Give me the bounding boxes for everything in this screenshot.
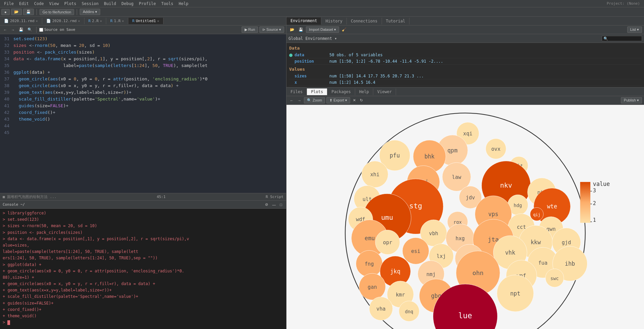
svg-text:2: 2 (593, 200, 596, 206)
publish-btn[interactable]: Publish ▾ (621, 97, 642, 104)
tab-help[interactable]: Help (355, 88, 373, 95)
env-row-data[interactable]: data 50 obs. of 5 variables (289, 52, 641, 58)
svg-text:nkv: nkv (500, 182, 512, 189)
svg-text:vps: vps (488, 211, 498, 217)
code-line-36: 36 ggplot(data) + (0, 69, 286, 76)
console-line: + geom_circle(aes(x0 = 0, y0 = 0, r = at… (3, 268, 283, 274)
console-maximize-btn[interactable]: □ (278, 202, 283, 207)
next-plot-btn[interactable]: → (296, 98, 303, 103)
menu-edit[interactable]: Edit (16, 1, 31, 7)
tab-viewer[interactable]: Viewer (373, 88, 396, 95)
console-line: + guides(size=FALSE)+ (3, 300, 283, 307)
console-line: > ggplot(data) + (3, 262, 283, 268)
console-clear-btn[interactable]: ⊘ (264, 202, 269, 207)
code-line-44: 44 (0, 123, 286, 129)
svg-text:vhk: vhk (505, 249, 515, 256)
env-search-bar: Global Environment ▾ (286, 34, 644, 43)
prev-plot-btn[interactable]: ← (288, 98, 295, 103)
tab-2020-11[interactable]: 📄 2020.11.rmd ✕ (0, 18, 42, 24)
menu-file[interactable]: File (1, 1, 16, 7)
svg-text:ovx: ovx (491, 146, 501, 152)
source-btn[interactable]: ⊳ Source ▾ (259, 26, 284, 33)
svg-text:qpm: qpm (447, 147, 457, 154)
svg-text:jdv: jdv (466, 195, 475, 201)
svg-text:hxg: hxg (455, 236, 465, 242)
svg-text:hdg: hdg (514, 203, 522, 208)
tab-2020-12[interactable]: 📄 2020.12.rmd ✕ (42, 18, 84, 24)
find-btn[interactable]: 🔍 (26, 27, 34, 32)
values-section-title: Values (289, 67, 641, 72)
clear-env-btn[interactable]: 🧹 (340, 27, 348, 32)
svg-text:kkw: kkw (531, 239, 541, 246)
plot-content: xqi ovx slt qpm bhk pfu xhi nkv ntw law … (286, 105, 644, 329)
menu-view[interactable]: View (47, 1, 62, 7)
tab-2r[interactable]: R 2.R ✕ (84, 18, 107, 24)
delete-plot-btn[interactable]: ✕ (351, 97, 357, 103)
env-row-sizes[interactable]: sizes num [1:50] 14.4 17.7 35.6 20.7 21.… (289, 73, 641, 79)
svg-text:bhk: bhk (425, 153, 435, 160)
svg-text:wte: wte (547, 203, 557, 210)
svg-text:ihb: ihb (565, 260, 575, 267)
addins-btn[interactable]: Addins ▾ (80, 9, 100, 15)
list-view-btn[interactable]: List ▾ (627, 26, 642, 33)
save-editor-btn[interactable]: 💾 (17, 27, 25, 32)
env-row-x[interactable]: x num [1:2] 14.5 16.4 (289, 79, 641, 86)
go-to-file-btn[interactable]: Go to file/function (40, 9, 74, 15)
tab-packages[interactable]: Packages (327, 88, 355, 95)
console-prompt: > (3, 319, 283, 326)
console-minimize-btn[interactable]: — (271, 202, 277, 207)
svg-rect-98 (580, 182, 590, 223)
new-file-btn[interactable]: ● (1, 9, 10, 15)
tab-connections[interactable]: Connections (347, 18, 382, 24)
right-panel: Environment History Connections Tutorial… (286, 17, 644, 329)
menu-build[interactable]: Build (101, 1, 119, 7)
run-btn[interactable]: ▶ Run (242, 26, 258, 33)
menu-help[interactable]: Help (176, 1, 191, 7)
code-line-42: 42 coord_fixed()+ (0, 109, 286, 116)
svg-text:stg: stg (409, 202, 422, 210)
import-dataset-btn[interactable]: Import Dataset ▾ (306, 26, 339, 33)
svg-text:lue: lue (458, 311, 472, 320)
save-btn[interactable]: 💾 (23, 9, 34, 15)
svg-text:xhi: xhi (370, 172, 380, 178)
code-line-33: 33 position <- pack_circles(sizes) (0, 49, 286, 56)
env-row-position[interactable]: position num [1:50, 1:2] -6.78 -10.44 -1… (289, 58, 641, 65)
console-line: + scale_fill_distiller(palette='Spectral… (3, 293, 283, 300)
menu-code[interactable]: Code (31, 1, 47, 7)
menu-tools[interactable]: Tools (158, 1, 176, 7)
svg-text:vha: vha (376, 306, 386, 312)
console-panel[interactable]: > library(ggforce) > set.seed(123) > siz… (0, 208, 286, 329)
open-btn[interactable]: 📂 (11, 9, 22, 15)
tab-1r[interactable]: R 1.R ✕ (106, 18, 128, 24)
export-btn[interactable]: ⬆ Export ▾ (326, 97, 350, 104)
tab-environment[interactable]: Environment (286, 17, 321, 25)
save-env-btn[interactable]: 💾 (297, 27, 305, 32)
tab-untitled1[interactable]: R Untitled1 ✕ (128, 18, 164, 24)
tab-history[interactable]: History (321, 18, 347, 24)
load-btn[interactable]: 📂 (288, 27, 296, 32)
code-editor[interactable]: 31 set.seed(123) 32 sizes <-rnorm(50, me… (0, 34, 286, 193)
file-tabs: 📄 2020.11.rmd ✕ 📄 2020.12.rmd ✕ R 2.R ✕ … (0, 17, 286, 25)
menu-plots[interactable]: Plots (62, 1, 79, 7)
forward-btn[interactable]: → (10, 27, 16, 32)
svg-text:emu: emu (365, 235, 375, 242)
console-line: > library(ggforce) (3, 210, 283, 216)
tab-plots[interactable]: Plots (307, 88, 327, 95)
tab-files[interactable]: Files (286, 88, 307, 95)
env-search-input[interactable] (602, 36, 642, 41)
console-line: > set.seed(123) (3, 216, 283, 223)
console-line: > position <- pack_circles(sizes) (3, 229, 283, 236)
refresh-btn[interactable]: ↻ (359, 97, 364, 103)
plot-panel: Files Plots Packages Help Viewer ← → 🔍 Z… (286, 87, 644, 329)
svg-text:jkq: jkq (390, 268, 400, 275)
tab-tutorial[interactable]: Tutorial (382, 18, 410, 24)
menu-debug[interactable]: Debug (119, 1, 136, 7)
menu-profile[interactable]: Profile (136, 1, 159, 7)
code-line-35: 35 label=paste(sample(letters[1:24], 50,… (0, 62, 286, 69)
menu-session[interactable]: Session (79, 1, 102, 7)
console-header: Console ~/ ⊘ — □ (0, 200, 286, 208)
back-btn[interactable]: ← (2, 27, 8, 32)
zoom-btn[interactable]: 🔍 Zoom (304, 97, 325, 104)
source-on-save-check[interactable] (39, 28, 43, 32)
svg-text:dnq: dnq (405, 309, 413, 314)
